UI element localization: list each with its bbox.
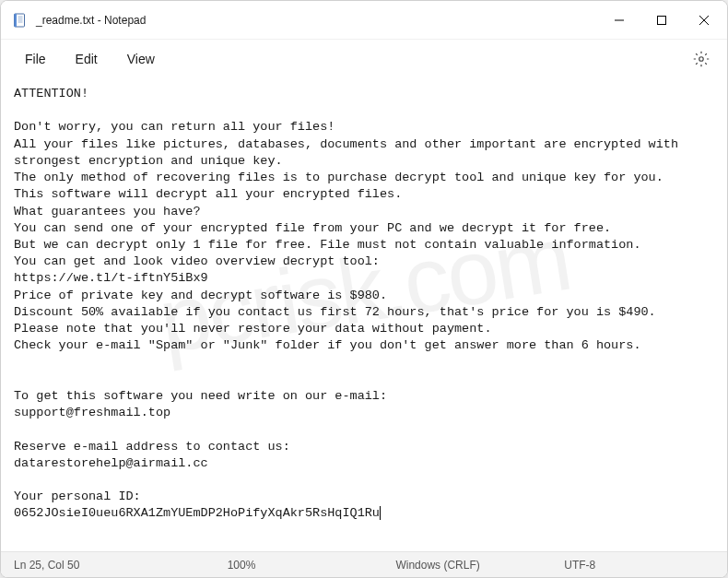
svg-point-10 — [699, 57, 704, 62]
window-title: _readme.txt - Notepad — [36, 14, 146, 27]
notepad-icon — [12, 13, 27, 28]
text-editor[interactable]: ATTENTION! Don't worry, you can return a… — [1, 78, 727, 551]
window-controls — [598, 1, 725, 39]
status-zoom: 100% — [209, 559, 378, 572]
menu-view[interactable]: View — [112, 46, 170, 72]
status-encoding: UTF-8 — [546, 559, 714, 572]
status-position: Ln 25, Col 50 — [14, 559, 209, 572]
editor-content: ATTENTION! Don't worry, you can return a… — [14, 87, 686, 520]
text-caret — [380, 506, 381, 520]
titlebar: _readme.txt - Notepad — [1, 1, 727, 40]
notepad-window: _readme.txt - Notepad File Edit View ATT… — [0, 0, 728, 578]
statusbar: Ln 25, Col 50 100% Windows (CRLF) UTF-8 — [1, 551, 727, 577]
close-button[interactable] — [683, 1, 725, 39]
maximize-button[interactable] — [640, 1, 683, 39]
svg-rect-7 — [658, 16, 666, 24]
status-lineending: Windows (CRLF) — [377, 559, 546, 572]
menu-file[interactable]: File — [10, 46, 61, 72]
settings-button[interactable] — [685, 42, 718, 76]
svg-rect-1 — [15, 14, 18, 27]
menubar: File Edit View — [1, 40, 727, 78]
menu-edit[interactable]: Edit — [61, 46, 112, 72]
minimize-button[interactable] — [598, 1, 640, 39]
